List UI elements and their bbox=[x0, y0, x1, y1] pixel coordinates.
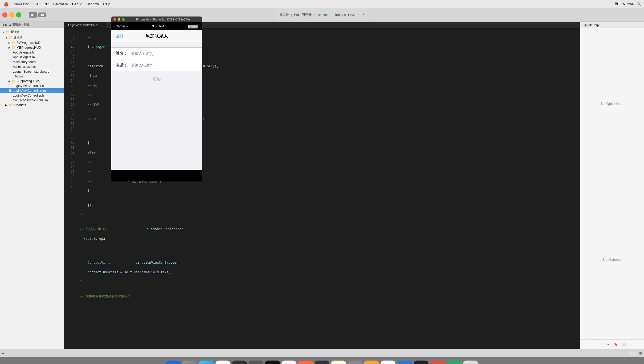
sim-nav-bar: ‹ 返回 添加联系人 bbox=[111, 30, 202, 42]
minimize-button[interactable] bbox=[9, 12, 14, 18]
dock-trash[interactable]: 🗑 bbox=[463, 361, 478, 364]
split-btn[interactable]: ⊟ bbox=[639, 351, 642, 355]
sim-expand-dot[interactable] bbox=[122, 18, 125, 21]
stop-button[interactable] bbox=[2, 12, 7, 18]
quickhelp-btn1[interactable]: 📄 bbox=[598, 343, 602, 346]
dock-launchpad[interactable]: 🚀 bbox=[182, 361, 197, 364]
sidebar-item-appdelegate-m[interactable]: 📄 AppDelegate.m bbox=[0, 55, 64, 60]
sim-back-button[interactable]: ‹ 返回 bbox=[113, 34, 123, 39]
sim-phone-input[interactable] bbox=[129, 63, 198, 67]
menu-file[interactable]: File bbox=[33, 2, 38, 6]
file-icon: 📄 bbox=[9, 56, 12, 59]
quick-help-title: Quick Help bbox=[580, 22, 644, 28]
line-numbers: 4445464748 4950515253 5455565758 5960616… bbox=[64, 28, 77, 349]
item-label: info.plist bbox=[13, 75, 25, 78]
main-layout: ▼ 📁 通讯录 ▼ 📁 通讯录 ▶ 📁 SVProgressHUD ▶ 📁 MB… bbox=[0, 28, 644, 349]
dock-notes[interactable]: 📋 bbox=[331, 361, 346, 364]
menu-edit[interactable]: Edit bbox=[43, 2, 48, 6]
dock-settings[interactable]: ⚙ bbox=[348, 361, 362, 364]
dock-dev-tools[interactable]: 🔧 bbox=[248, 361, 263, 364]
sidebar-item-plist[interactable]: 📄 info.plist bbox=[0, 74, 64, 79]
sim-name-input[interactable] bbox=[129, 51, 198, 56]
dock-music[interactable]: 🎵 bbox=[414, 361, 429, 364]
quickhelp-btn3[interactable]: 🔖 bbox=[614, 343, 618, 346]
sidebar-item-appdelegate-h[interactable]: 📄 AppDelegate.h bbox=[0, 50, 64, 55]
quick-help-body: No Quick Help bbox=[580, 28, 644, 179]
file-icon: 📄 bbox=[9, 65, 12, 68]
search-icon[interactable]: 🔍 bbox=[637, 2, 641, 6]
bottom-right-controls: ⬜⬜ ⊟ bbox=[629, 351, 642, 355]
sidebar-section-project: ▼ 📁 通讯录 ▼ 📁 通讯录 ▶ 📁 SVProgressHUD ▶ 📁 MB… bbox=[0, 28, 64, 109]
sidebar-item-launchscreen[interactable]: 📄 LaunchScreen.storyboard bbox=[0, 69, 64, 74]
file-icon: 📄 bbox=[9, 75, 12, 78]
menubar-right: 周三15:05:54 🔍 bbox=[615, 2, 641, 6]
dock-camera[interactable]: 🎥 bbox=[232, 361, 247, 364]
dock-game[interactable]: 🎯 bbox=[430, 361, 445, 364]
sim-status-bar: Carrier ▾ 3:05 PM ▓▓▓▓ bbox=[111, 22, 202, 30]
sub-folder-icon: 📁 bbox=[9, 36, 13, 39]
dock-bomb[interactable]: 💣 bbox=[315, 361, 329, 364]
sidebar-item-loginvc-h[interactable]: 📄 LoginViewController.h bbox=[0, 84, 64, 88]
apple-menu[interactable]: 🍎 bbox=[3, 2, 9, 7]
sidebar-item-contactvc[interactable]: 📄 ContactViewController.m bbox=[0, 98, 64, 103]
dock: 🔍 🚀 🌐 🖱 🎥 🔧 ⌚ 🍎 📎 💣 📋 ⚙ 🎨 🖊 ⚒ 🎵 🎯 🎲 🗑 bbox=[0, 357, 644, 364]
sim-name-label: 姓名： bbox=[116, 51, 129, 56]
sidebar-item-loginvc-m[interactable]: 📄 LoginViewControllerr.m bbox=[0, 88, 64, 93]
file-icon: 📄 bbox=[9, 51, 12, 54]
maximize-button[interactable] bbox=[16, 12, 21, 18]
menu-hardware[interactable]: Hardware bbox=[53, 2, 68, 6]
sim-add-button[interactable]: 添加 bbox=[111, 77, 202, 82]
sidebar-item-supporting[interactable]: ▶ 📁 Supporting Files bbox=[0, 79, 64, 84]
dock-edit[interactable]: 🖊 bbox=[381, 361, 396, 364]
item-label: AppDelegate.m bbox=[13, 55, 35, 59]
dock-watch[interactable]: ⌚ bbox=[265, 361, 280, 364]
sidebar-item-loginvc-h2[interactable]: 📄 LoginViewController.h bbox=[0, 93, 64, 98]
menu-window[interactable]: Window bbox=[87, 2, 99, 6]
dock-mouse[interactable]: 🖱 bbox=[215, 361, 230, 364]
no-matches-text: No Matches bbox=[603, 258, 621, 262]
project-label: 通讯录 bbox=[10, 30, 19, 34]
build-bar: 通讯录 | Build 通讯录: Build 通讯录: SucceededSuc… bbox=[275, 8, 369, 22]
dock-clips[interactable]: 📎 bbox=[298, 361, 313, 364]
sim-minimize-dot[interactable] bbox=[118, 18, 120, 21]
expand-icon: ▼ bbox=[2, 31, 5, 34]
dock-sketch[interactable]: 🎨 bbox=[364, 361, 379, 364]
build-status: Build 通讯录: Build 通讯录: SucceededSucceeded bbox=[294, 13, 329, 17]
no-matches-area: No Matches bbox=[580, 179, 644, 340]
item-label: ContactViewController.m bbox=[13, 98, 48, 102]
sub-folder-label: 通讯录 bbox=[14, 36, 22, 40]
quickhelp-btn2[interactable]: ☀ bbox=[607, 343, 610, 346]
pause-button[interactable]: ■■ bbox=[38, 13, 46, 17]
show-hide-btn[interactable]: ⬜⬜ bbox=[629, 351, 637, 355]
sidebar-group-sub[interactable]: ▼ 📁 通讯录 bbox=[0, 35, 64, 40]
simulator-overlay: iPhone 6s · iPhone 6s / iOS 9.0 (13A340)… bbox=[111, 16, 202, 181]
dock-finder[interactable]: 🔍 bbox=[166, 361, 181, 364]
sidebar-item-mbprogress[interactable]: ▶ 📁 MBProgressHUD bbox=[0, 45, 64, 50]
menu-help[interactable]: Help bbox=[103, 2, 110, 6]
sidebar-group-root[interactable]: ▼ 📁 通讯录 bbox=[0, 29, 64, 35]
sidebar-item-assets[interactable]: 📄 Assets.xcassets bbox=[0, 64, 64, 69]
nav-forward-icon[interactable]: ▶ bbox=[5, 23, 7, 27]
quickhelp-btn4[interactable]: ⬜ bbox=[622, 343, 626, 346]
sim-close-dot[interactable] bbox=[113, 18, 116, 21]
build-time: Today at 11:32 bbox=[335, 13, 356, 17]
item-label: Products bbox=[13, 103, 26, 107]
sidebar-item-products[interactable]: ▶ 📁 Products bbox=[0, 103, 64, 107]
run-button[interactable]: ▶ bbox=[29, 12, 37, 18]
close-tab-icon[interactable]: × bbox=[101, 23, 102, 27]
dock-dice[interactable]: 🎲 bbox=[447, 361, 462, 364]
menu-simulator[interactable]: Simulator bbox=[14, 2, 28, 6]
sidebar-item-main-storyboard[interactable]: 📄 Main.storyboard bbox=[0, 60, 64, 64]
simulator-titlebar: iPhone 6s · iPhone 6s / iOS 9.0 (13A340) bbox=[111, 16, 202, 22]
item-label: LoginViewController.h bbox=[13, 84, 44, 88]
sidebar-item-svprogress[interactable]: ▶ 📁 SVProgressHUD bbox=[0, 40, 64, 45]
add-file-button[interactable]: + bbox=[2, 351, 4, 355]
dock-xcode[interactable]: ⚒ bbox=[397, 361, 412, 364]
nav-back-icon[interactable]: ◀ bbox=[2, 23, 4, 27]
sim-nav-title: 添加联系人 bbox=[145, 33, 168, 39]
dock-safari[interactable]: 🌐 bbox=[199, 361, 214, 364]
file-icon: 📄 bbox=[9, 99, 12, 102]
menu-debug[interactable]: Debug bbox=[72, 2, 82, 6]
active-tab[interactable]: LoginViewControllerr.m × bbox=[64, 22, 107, 28]
dock-apple[interactable]: 🍎 bbox=[282, 361, 296, 364]
